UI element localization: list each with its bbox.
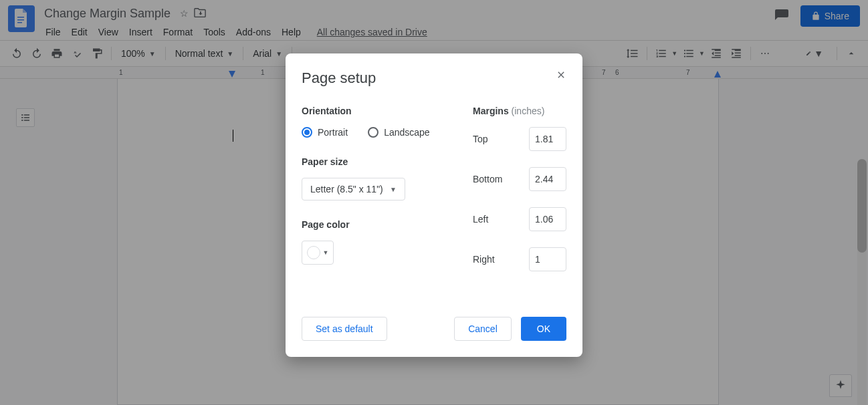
margin-top-input[interactable] xyxy=(529,127,566,151)
dialog-title: Page setup xyxy=(302,70,566,87)
radio-unchecked-icon xyxy=(368,127,378,138)
margin-top-label: Top xyxy=(473,134,488,144)
margin-right-label: Right xyxy=(473,254,495,265)
color-swatch-icon xyxy=(307,246,320,259)
page-color-label: Page color xyxy=(302,219,446,230)
orientation-landscape-radio[interactable]: Landscape xyxy=(368,127,430,138)
margin-bottom-label: Bottom xyxy=(473,174,502,184)
paper-size-select[interactable]: Letter (8.5" x 11") ▼ xyxy=(302,178,405,200)
margin-right-input[interactable] xyxy=(529,247,566,271)
paper-size-label: Paper size xyxy=(302,156,446,167)
chevron-down-icon: ▼ xyxy=(390,186,397,193)
margin-left-label: Left xyxy=(473,214,488,225)
modal-overlay: Page setup Orientation Portrait Landscap… xyxy=(0,0,868,405)
margin-bottom-input[interactable] xyxy=(529,167,566,191)
page-color-select[interactable]: ▼ xyxy=(302,241,334,265)
margins-label: Margins (inches) xyxy=(473,106,566,116)
close-button[interactable] xyxy=(553,67,569,83)
chevron-down-icon: ▼ xyxy=(323,249,329,256)
set-default-button[interactable]: Set as default xyxy=(302,317,387,341)
orientation-label: Orientation xyxy=(302,106,446,116)
margin-left-input[interactable] xyxy=(529,207,566,231)
close-icon xyxy=(556,70,566,80)
ok-button[interactable]: OK xyxy=(521,317,566,341)
page-setup-dialog: Page setup Orientation Portrait Landscap… xyxy=(286,53,582,357)
cancel-button[interactable]: Cancel xyxy=(454,317,512,341)
radio-checked-icon xyxy=(302,127,312,138)
orientation-portrait-radio[interactable]: Portrait xyxy=(302,127,348,138)
